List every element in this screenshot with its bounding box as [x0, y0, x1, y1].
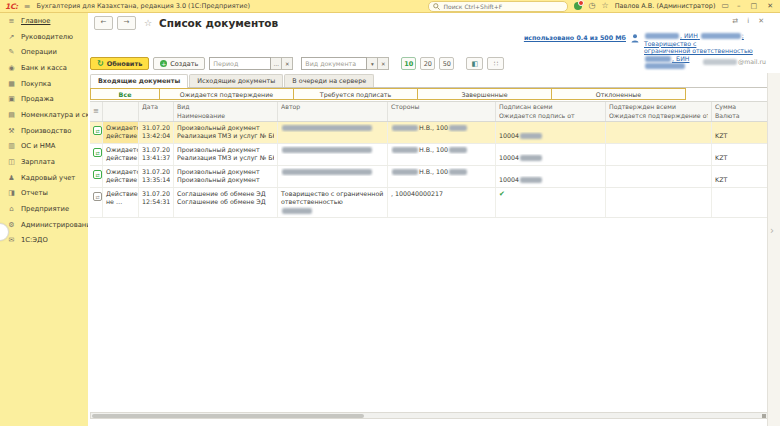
sidebar-item-operacii[interactable]: ✎Операции: [0, 44, 88, 60]
forward-button[interactable]: →: [117, 16, 136, 30]
sidebar-item-otchety[interactable]: ◨Отчеты: [0, 186, 88, 202]
history-icon[interactable]: ◷: [588, 2, 595, 10]
form-close-icon[interactable]: ✕: [758, 17, 764, 25]
back-button[interactable]: ←: [94, 16, 113, 30]
sidebar-item-rukovoditelyu[interactable]: ↗Руководителю: [0, 29, 88, 45]
period-choose-button[interactable]: …: [271, 57, 282, 70]
sidebar-item-prodazha[interactable]: ▣Продажа: [0, 91, 88, 107]
sidebar-item-pokupka[interactable]: ▦Покупка: [0, 76, 88, 92]
sidebar-item-predpriyatie[interactable]: ⌂Предприятие: [0, 201, 88, 217]
redacted-text: [703, 59, 737, 65]
report-icon: ◨: [7, 189, 16, 197]
global-search[interactable]: [428, 1, 568, 12]
redacted-text: [282, 208, 312, 214]
redacted-text: [701, 33, 741, 39]
page-size-50-button[interactable]: 50: [439, 57, 454, 70]
table-row[interactable]: ⇄ Ожидается действие 31.07.202313:35:14 …: [90, 166, 768, 188]
redacted-text: [645, 63, 685, 69]
doc-type-input[interactable]: [301, 57, 367, 70]
sidebar-item-bank-i-kassa[interactable]: ◉Банк и касса: [0, 60, 88, 76]
home-icon: ≡: [7, 17, 16, 25]
page-size-20-button[interactable]: 20: [420, 57, 435, 70]
current-user[interactable]: Павлов А.В. (Администратор): [615, 2, 716, 10]
column-confirmed[interactable]: Подтвержден всемиОжидается подтверждение…: [606, 102, 712, 121]
refresh-button[interactable]: ↻Обновить: [90, 57, 149, 70]
column-date[interactable]: Дата: [139, 102, 174, 121]
table-row[interactable]: ⇄ Действие не … 31.07.202312:54:31 Согла…: [90, 188, 768, 218]
1c-logo: 1С:: [5, 2, 18, 11]
edo-exchange-icon: ⇄: [93, 170, 102, 179]
panel-view-button[interactable]: ◧: [466, 57, 483, 70]
sidebar-item-kadrovyj-uchet[interactable]: ♟Кадровый учет: [0, 170, 88, 186]
horizontal-scrollbar[interactable]: [90, 412, 768, 419]
column-author[interactable]: Автор: [278, 102, 388, 121]
column-status[interactable]: [103, 102, 139, 121]
redacted-text: [392, 169, 418, 175]
redacted-text: [520, 133, 542, 139]
resize-icon[interactable]: ⇄: [732, 17, 738, 25]
favorites-icon[interactable]: ☆: [601, 2, 608, 10]
scrollbar-thumb[interactable]: [92, 414, 364, 418]
page-title: Список документов: [159, 17, 278, 29]
doc-type-dropdown-button[interactable]: ▾: [367, 57, 378, 70]
search-input[interactable]: [443, 3, 563, 10]
doc-type-clear-button[interactable]: ✕: [378, 57, 389, 70]
signed-check-icon: ✔: [499, 190, 602, 199]
structure-view-button[interactable]: ∷: [487, 57, 504, 70]
filter-rejected[interactable]: Отклоненные: [551, 88, 686, 100]
table-row[interactable]: ⇄ Ожидается действие 31.07.202313:41:37 …: [90, 144, 768, 166]
column-sum[interactable]: СуммаВалюта: [712, 102, 768, 121]
close-button[interactable]: ✕: [765, 2, 775, 10]
redacted-text: [449, 125, 467, 131]
redacted-text: [282, 125, 372, 131]
favorite-star-icon[interactable]: ☆: [144, 18, 152, 28]
tab-incoming-documents[interactable]: Входящие документы: [90, 74, 188, 88]
coin-icon: ◉: [7, 64, 16, 72]
table-row[interactable]: ⇄ Ожидается действие 31.07.202313:42:04 …: [90, 122, 768, 144]
column-signed[interactable]: Подписан всемиОжидается подпись от: [496, 102, 606, 121]
sidebar-item-zarplata[interactable]: ◫Зарплата: [0, 154, 88, 170]
list-menu-icon[interactable]: ≡: [90, 102, 103, 121]
tab-server-queue[interactable]: В очереди на сервере: [284, 74, 374, 87]
edo-exchange-icon: ⇄: [93, 192, 102, 201]
info-icon[interactable]: i: [747, 17, 749, 25]
period-input[interactable]: [209, 57, 271, 70]
column-kind-name[interactable]: ВидНаименование: [174, 102, 278, 121]
period-clear-button[interactable]: ✕: [282, 57, 293, 70]
sidebar-item-administrirovanie[interactable]: ⚙Администрирование: [0, 217, 88, 233]
redacted-text: [449, 147, 467, 153]
table-header: ≡ Дата ВидНаименование Автор Стороны Под…: [90, 101, 768, 122]
cart-icon: ▦: [7, 80, 16, 88]
user-icon: [631, 34, 639, 43]
maximize-button[interactable]: □: [749, 2, 760, 10]
sidebar-item-os-i-nma[interactable]: ▥ОС и НМА: [0, 139, 88, 155]
assets-icon: ▥: [7, 142, 16, 150]
redacted-text: [282, 169, 372, 175]
create-button[interactable]: +Создать: [153, 57, 205, 70]
display-icon[interactable]: ▭: [721, 2, 729, 10]
main-menu-icon[interactable]: ≡: [24, 2, 31, 11]
sidebar-item-proizvodstvo[interactable]: ⚒Производство: [0, 123, 88, 139]
app-title: Бухгалтерия для Казахстана, редакция 3.0…: [37, 2, 251, 10]
edo-exchange-icon: ⇄: [93, 148, 102, 157]
row-status: Ожидается действие: [103, 122, 139, 143]
redacted-text: [520, 177, 542, 183]
sidebar-item-nomenklatura[interactable]: ▤Номенклатура и склад: [0, 107, 88, 123]
filter-awaiting-confirmation[interactable]: Ожидается подтверждение: [159, 88, 294, 100]
expand-panel-chevron[interactable]: ›: [770, 225, 774, 236]
storage-usage-link[interactable]: использовано 0.4 из 500 Мб: [524, 34, 626, 41]
row-status: Ожидается действие: [103, 144, 139, 165]
column-parties[interactable]: Стороны: [388, 102, 496, 121]
discussions-notification-icon[interactable]: [574, 2, 582, 10]
sidebar-item-glavnoe[interactable]: ≡Главное: [0, 13, 88, 29]
tab-outgoing-documents[interactable]: Исходящие документы: [189, 74, 283, 87]
filter-requires-signature[interactable]: Требуется подписать: [293, 88, 418, 100]
filter-completed[interactable]: Завершенные: [417, 88, 552, 100]
page-size-10-button[interactable]: 10: [401, 57, 416, 70]
people-icon: ♟: [7, 174, 16, 182]
sidebar-item-1c-edo[interactable]: ✉1С:ЭДО: [0, 233, 88, 249]
minimize-button[interactable]: –: [735, 2, 743, 10]
app-window: 1С: ≡ Бухгалтерия для Казахстана, редакц…: [0, 0, 780, 426]
factory-icon: ⚒: [7, 127, 16, 135]
filter-all[interactable]: Все: [90, 88, 160, 100]
